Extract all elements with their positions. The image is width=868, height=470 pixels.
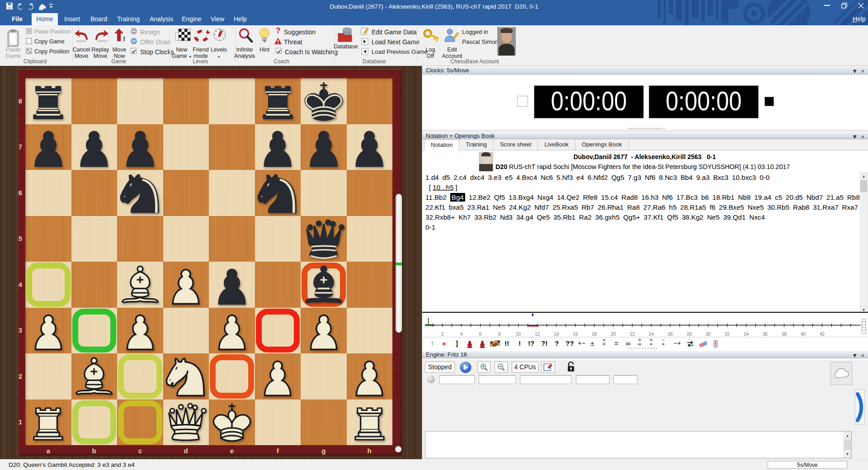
svg-text:32: 32 — [725, 332, 730, 337]
svg-text:14: 14 — [554, 332, 559, 337]
svg-text:12: 12 — [535, 332, 540, 337]
svg-text:20: 20 — [611, 332, 616, 337]
svg-text:42: 42 — [820, 332, 825, 337]
svg-text:8: 8 — [498, 332, 501, 337]
svg-text:22: 22 — [630, 332, 635, 337]
svg-text:36: 36 — [763, 332, 768, 337]
svg-text:6: 6 — [479, 332, 482, 337]
svg-text:16: 16 — [573, 332, 578, 337]
svg-text:26: 26 — [668, 332, 673, 337]
svg-text:4: 4 — [460, 332, 463, 337]
svg-text:2: 2 — [441, 332, 444, 337]
svg-text:24: 24 — [649, 332, 654, 337]
svg-text:10: 10 — [516, 332, 521, 337]
svg-text:40: 40 — [801, 332, 806, 337]
svg-text:!: ! — [123, 35, 125, 42]
svg-text:18: 18 — [592, 332, 597, 337]
svg-text:30: 30 — [706, 332, 711, 337]
svg-text:38: 38 — [782, 332, 787, 337]
svg-text:34: 34 — [744, 332, 749, 337]
svg-text:28: 28 — [687, 332, 692, 337]
